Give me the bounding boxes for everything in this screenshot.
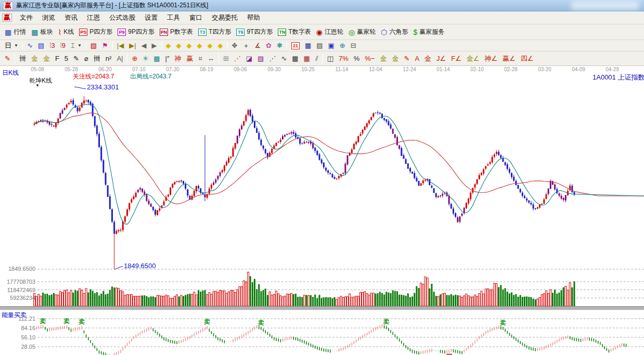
five-grid-icon[interactable]: 5: [62, 51, 71, 65]
candle-style-dropdown[interactable]: ⌶▼: [68, 40, 84, 51]
toolbar-sectors[interactable]: ▩板块: [29, 24, 55, 40]
minute3-chart-icon[interactable]: ⫶3: [47, 40, 57, 51]
seven-percent-icon[interactable]: 7%: [336, 51, 351, 65]
toolbar-winner-wheel[interactable]: ◎赢家轮: [346, 24, 378, 40]
window-box-icon[interactable]: ⊞: [221, 51, 231, 65]
pen-candle-icon[interactable]: ✎: [402, 51, 413, 65]
gold-grid1-icon[interactable]: 金: [29, 51, 41, 65]
calendar-icon[interactable]: 21: [289, 40, 302, 51]
dense-grid-icon[interactable]: ▦: [289, 51, 301, 65]
menu-item-formula-pick[interactable]: 公式选股: [105, 12, 140, 23]
circle-ruler-icon[interactable]: ⌀: [82, 51, 91, 65]
menu-item-news[interactable]: 资讯: [60, 12, 82, 23]
toolbar-p-number-table[interactable]: PNP数字表: [157, 24, 196, 40]
notes-icon[interactable]: ▤: [314, 40, 325, 51]
box-hatch-icon[interactable]: ▨: [255, 51, 266, 65]
width-measure-icon[interactable]: ↔: [205, 51, 217, 65]
calculator-icon[interactable]: ▦: [302, 40, 314, 51]
wave-tool-icon[interactable]: ❃: [274, 40, 285, 51]
menu-item-help[interactable]: 帮助: [242, 12, 265, 23]
fib-grid-icon[interactable]: F: [53, 51, 62, 65]
toolbar-p-square[interactable]: PSP四方形: [76, 24, 115, 40]
drag-hand-icon[interactable]: ✥: [229, 40, 240, 51]
tick-grid-icon[interactable]: 卌: [91, 51, 103, 65]
ying-tool-icon[interactable]: 赢: [184, 51, 196, 65]
menu-item-trade[interactable]: 交易委托: [207, 12, 242, 23]
kline-type-label[interactable]: 乾坤K线: [29, 76, 52, 85]
gold-grid2-icon[interactable]: 金: [41, 51, 53, 65]
zoom-in-x-icon[interactable]: ◆: [174, 40, 184, 51]
j-angle-icon[interactable]: J∠: [434, 51, 448, 65]
a-frame-icon[interactable]: A: [412, 51, 422, 65]
formula-curve-icon[interactable]: ∿: [24, 40, 35, 51]
jump-end-icon[interactable]: ▶|: [126, 40, 138, 51]
toolbar-t-number-table[interactable]: TNT数字表: [275, 24, 313, 40]
pen-grid-icon[interactable]: ✎: [71, 51, 82, 65]
n-square-icon[interactable]: n²: [103, 51, 114, 65]
chart-canvas[interactable]: 卖卖卖卖卖卖卖买买买买: [0, 66, 644, 355]
menu-item-settings[interactable]: 设置: [140, 12, 162, 23]
web-sync-icon[interactable]: ⊕: [337, 40, 348, 51]
gold-red-icon[interactable]: 金: [422, 51, 434, 65]
spider-web-icon[interactable]: ✳: [140, 51, 151, 65]
draw-pen-icon[interactable]: ✎: [2, 51, 13, 65]
gold-level-icon[interactable]: 金: [390, 51, 402, 65]
shen-angle-icon[interactable]: 神∠: [482, 51, 500, 65]
info-doc-icon[interactable]: ▤: [35, 40, 47, 51]
toolbar-kline[interactable]: ⌇K线: [55, 24, 76, 40]
shen-tool-icon[interactable]: 神: [172, 51, 184, 65]
ruler123-icon[interactable]: ⌗: [196, 51, 205, 65]
fan-lines-icon[interactable]: ⋰: [231, 51, 243, 65]
shrink-x-icon[interactable]: ◆: [195, 40, 205, 51]
red-grid-icon[interactable]: ▦: [301, 51, 313, 65]
zoom-out-x-icon[interactable]: ◆: [163, 40, 174, 51]
save-icon[interactable]: ▣: [326, 40, 337, 51]
percent-chart-icon[interactable]: ◫: [325, 51, 336, 65]
pane-splitter[interactable]: [0, 306, 644, 310]
period-day-dropdown[interactable]: 日▼: [2, 40, 21, 51]
menu-item-gann[interactable]: 江恩: [82, 12, 105, 23]
gann-draw-icon[interactable]: ✿: [263, 40, 274, 51]
shen-angle-icon: 神∠: [485, 55, 498, 62]
print-icon[interactable]: ⊟: [348, 40, 359, 51]
jump-start-icon[interactable]: |◀: [114, 40, 126, 51]
kline-dropdown-icon[interactable]: ▼: [35, 83, 40, 88]
angle-measure-icon[interactable]: ∡: [252, 40, 263, 51]
menu-item-tools[interactable]: 工具: [162, 12, 185, 23]
ying-angle-icon[interactable]: 赢∠: [500, 51, 518, 65]
toolbar-gann-wheel[interactable]: ◉江恩轮: [314, 24, 346, 40]
slash-lines-icon[interactable]: ⫽: [313, 51, 321, 65]
menu-item-file[interactable]: 文件: [15, 12, 37, 23]
expand-y-icon[interactable]: ◆: [205, 40, 215, 51]
toolbar-9t-square[interactable]: T99T四方形: [234, 24, 275, 40]
si-angle-icon[interactable]: 四∠: [518, 51, 536, 65]
minute9-chart-icon[interactable]: ⫶9: [58, 40, 68, 51]
f-angle-icon[interactable]: F∠: [448, 51, 464, 65]
crosshair-icon[interactable]: ＋: [240, 40, 252, 51]
menu-item-window[interactable]: 窗口: [185, 12, 207, 23]
toolbar-9p-square[interactable]: P99P四方形: [115, 24, 157, 40]
expand-x-icon[interactable]: ◆: [184, 40, 195, 51]
angle-lines-icon[interactable]: ⋰: [266, 51, 278, 65]
gold-angle-icon[interactable]: 金∠: [464, 51, 482, 65]
toolbar-winner-service[interactable]: $赢家服务: [410, 24, 447, 40]
grid-tool-icon[interactable]: 卌: [17, 51, 29, 65]
pattern-filter-icon[interactable]: ▨: [88, 40, 99, 51]
percent-line-icon[interactable]: %−: [362, 51, 377, 65]
zigzag-icon[interactable]: ∿: [278, 51, 289, 65]
menu-item-browse[interactable]: 浏览: [37, 12, 60, 23]
shrink-y-icon[interactable]: ◆: [215, 40, 226, 51]
measure-ticks-icon[interactable]: |″: [163, 51, 172, 65]
box-web-icon[interactable]: ▩: [151, 51, 162, 65]
step-back-icon[interactable]: ◀: [139, 40, 149, 51]
box-fan-icon[interactable]: ◪: [243, 51, 255, 65]
toolbar-hexagon[interactable]: ⬡六角形: [378, 24, 410, 40]
toolbar-quotes[interactable]: ▦行情: [2, 24, 29, 40]
mirror-icon[interactable]: A|: [114, 51, 125, 65]
compass-red-icon[interactable]: ⊕: [129, 51, 140, 65]
step-forward-icon[interactable]: ▶: [149, 40, 160, 51]
percent-icon[interactable]: %: [351, 51, 363, 65]
signal-flag-icon[interactable]: ⚑: [99, 40, 111, 51]
gold-circle-icon[interactable]: 金: [378, 51, 390, 65]
toolbar-t-square[interactable]: T3T四方形: [196, 24, 234, 40]
